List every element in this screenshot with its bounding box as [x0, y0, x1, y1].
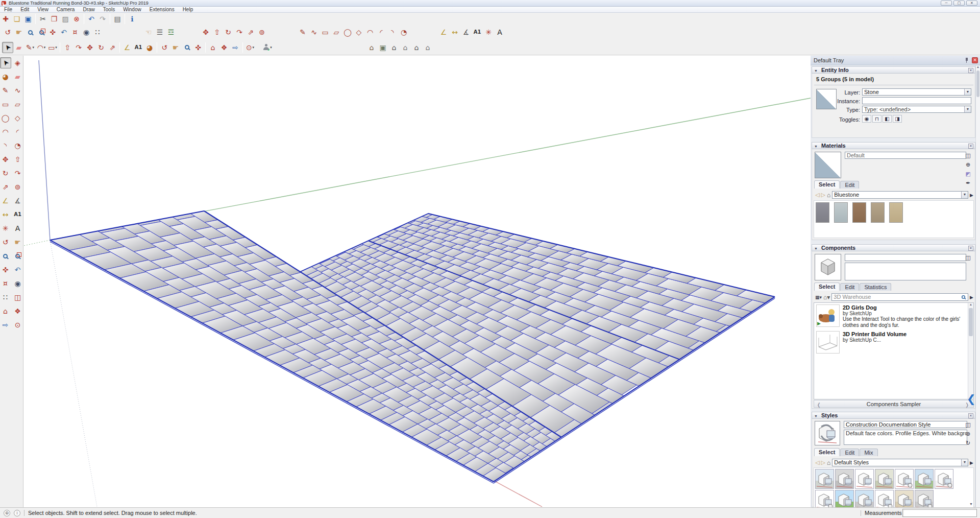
pan-tool[interactable]: ☛ — [13, 27, 24, 38]
back-button[interactable]: ◁ — [815, 459, 819, 466]
walk-tool[interactable]: ∷ — [0, 292, 11, 303]
in-model-button[interactable]: ⌂ — [827, 459, 830, 466]
position-camera-tool[interactable]: ¤ — [69, 27, 81, 38]
cut-button[interactable]: ✂ — [37, 13, 48, 25]
chevron-down-icon[interactable]: ▾ — [44, 45, 46, 50]
details-button[interactable]: ▶ — [970, 193, 973, 198]
pie-tool[interactable]: ◔ — [12, 140, 23, 151]
extension-manager-button[interactable]: ⊙ — [12, 319, 23, 331]
rotated-rectangle-tool[interactable]: ▱ — [12, 99, 23, 110]
component-list-item[interactable]: ▶2D Girls Dogby SketchUpUse the Interact… — [814, 303, 973, 329]
chevron-down-icon[interactable]: ▼ — [961, 459, 968, 466]
components-header[interactable]: ▼ Components ✕ — [812, 244, 975, 251]
chevron-down-icon[interactable]: ▾ — [55, 45, 57, 50]
paste-button[interactable]: ▨ — [60, 13, 71, 25]
follow-me-tool[interactable]: ↷ — [73, 42, 84, 53]
send-to-layout-button[interactable]: ⇨ — [0, 319, 11, 331]
rectangle-tool[interactable]: ▭▾ — [47, 42, 58, 53]
rotate-tool[interactable]: ↻ — [95, 42, 107, 53]
push-pull-tool[interactable]: ⇧ — [62, 42, 73, 53]
walk-tool[interactable]: ∷ — [92, 27, 103, 38]
freehand-tool[interactable]: ∿ — [12, 85, 23, 96]
receive-shadows-toggle[interactable]: ◨ — [893, 115, 902, 123]
rectangle-tool[interactable]: ▭ — [320, 27, 331, 38]
in-model-button[interactable]: ⌂▾ — [823, 294, 830, 301]
make-component-button[interactable]: ◈ — [12, 57, 23, 68]
minimize-button[interactable]: ─ — [941, 1, 952, 6]
protractor-tool[interactable]: ∡ — [460, 27, 472, 38]
layer-dropdown[interactable]: Stone ▼ — [862, 88, 971, 96]
zoom-extents-button[interactable]: ✜ — [0, 264, 11, 275]
maximize-button[interactable]: ▢ — [953, 1, 965, 6]
view-left-button[interactable]: ⌂ — [422, 42, 433, 53]
freehand-tool[interactable]: ∿ — [308, 27, 320, 38]
type-dropdown[interactable]: Type: <undefined> ▼ — [862, 106, 971, 113]
polygon-tool[interactable]: ◇ — [353, 27, 364, 38]
select-tool[interactable]: ➤ — [2, 42, 13, 53]
orbit-tool[interactable]: ↺ — [2, 27, 13, 38]
lock-toggle[interactable]: ⊓ — [872, 115, 881, 123]
rectangle-tool[interactable]: ▭ — [0, 99, 11, 110]
delete-button[interactable]: ⊗ — [71, 13, 82, 25]
materials-collection-dropdown[interactable]: Bluestone▼ — [832, 191, 968, 199]
zoom-extents-button[interactable]: ✜ — [47, 27, 58, 38]
chevron-down-icon[interactable]: ▾ — [253, 45, 255, 50]
help-icon[interactable]: i — [14, 510, 20, 516]
three-d-text-tool[interactable]: A — [494, 27, 505, 38]
pie-tool[interactable]: ◔ — [398, 27, 409, 38]
style-thumbnail[interactable] — [875, 469, 894, 489]
components-close-button[interactable]: ✕ — [968, 246, 973, 251]
menu-edit[interactable]: Edit — [16, 7, 33, 13]
text-tool[interactable]: A1 — [472, 27, 483, 38]
zoom-previous-button[interactable]: ↶ — [58, 27, 69, 38]
save-file-button[interactable]: ▣ — [22, 13, 34, 25]
chevron-down-icon[interactable]: ▼ — [961, 192, 968, 198]
material-swatch-1[interactable] — [816, 202, 829, 223]
line-tool[interactable]: ✎ — [0, 85, 11, 96]
material-swatch-2[interactable] — [834, 202, 848, 223]
menu-extensions[interactable]: Extensions — [145, 7, 179, 13]
collapse-triangle-icon[interactable]: ▼ — [814, 69, 818, 73]
extension-manager-button[interactable]: ⊙▾ — [244, 42, 256, 53]
secondary-pane-toggle[interactable]: ◫ — [964, 254, 972, 261]
dimension-tool[interactable]: ↔ — [449, 27, 460, 38]
two-point-arc-tool[interactable]: ◜ — [12, 126, 23, 137]
entity-info-close-button[interactable]: ✕ — [968, 68, 973, 73]
tray-title-bar[interactable]: Default Tray ✕ — [811, 56, 980, 65]
geolocation-icon[interactable]: ⊕ — [4, 510, 10, 516]
sample-paint-button[interactable]: ✒ — [964, 179, 972, 186]
chevron-down-icon[interactable]: ▼ — [964, 89, 971, 95]
three-point-arc-tool[interactable]: ◝ — [387, 27, 398, 38]
in-model-button[interactable]: ⌂ — [827, 192, 830, 199]
create-material-button[interactable]: ⊕ — [964, 161, 972, 168]
tab-components-statistics[interactable]: Statistics — [860, 283, 891, 291]
look-around-tool[interactable]: ◉ — [12, 278, 23, 289]
component-list-item[interactable]: 3D Printer Build Volumeby SketchUp C... — [814, 329, 973, 355]
position-camera-tool[interactable]: ¤ — [0, 278, 11, 289]
component-title[interactable]: 3D Printer Build Volume — [843, 331, 906, 337]
component-attributes-button[interactable]: ☲ — [165, 27, 177, 38]
orbit-tool[interactable]: ↺ — [159, 42, 170, 53]
move-tool[interactable]: ✥ — [84, 42, 95, 53]
material-name-field[interactable]: Default — [845, 152, 966, 159]
pin-icon[interactable] — [964, 58, 969, 62]
eraser-tool[interactable]: ▰ — [13, 42, 24, 53]
view-options-button[interactable]: ▦▾ — [815, 295, 822, 300]
close-button[interactable]: ✕ — [966, 1, 977, 6]
style-name-field[interactable]: Construction Documentation Style — [844, 421, 967, 428]
tab-styles-mix[interactable]: Mix — [860, 449, 877, 456]
menu-window[interactable]: Window — [119, 7, 145, 13]
material-swatch-3[interactable] — [852, 202, 866, 223]
menu-file[interactable]: File — [0, 7, 16, 13]
instance-input[interactable] — [862, 97, 971, 104]
circle-tool[interactable]: ◯ — [342, 27, 353, 38]
arc-tool[interactable]: ◠ — [364, 27, 376, 38]
component-options-button[interactable]: ☰ — [154, 27, 165, 38]
zoom-tool[interactable] — [0, 250, 11, 262]
dimension-tool[interactable]: ↔ — [0, 209, 11, 220]
section-plane-tool[interactable]: ◫ — [12, 292, 23, 303]
forward-button[interactable]: ▷ — [821, 459, 825, 466]
line-tool[interactable]: ✎▾ — [24, 42, 36, 53]
back-button[interactable]: ◁ — [815, 192, 819, 198]
send-to-layout-button[interactable]: ⇨ — [230, 42, 241, 53]
